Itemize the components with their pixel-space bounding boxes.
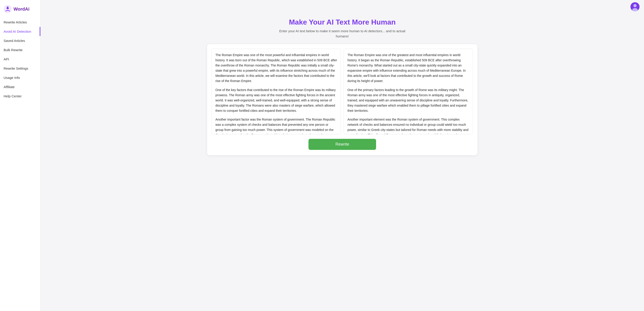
logo-text: WordAi xyxy=(14,6,30,12)
sidebar-item-rewrite-articles[interactable]: Rewrite Articles xyxy=(0,18,40,27)
rewritten-text-panel: The Roman Empire was one of the greatest… xyxy=(344,49,473,134)
rewrite-button[interactable]: Rewrite xyxy=(308,139,376,150)
sidebar-item-bulk-rewrite[interactable]: Bulk Rewrite xyxy=(0,45,40,54)
page-title: Make Your AI Text More Human xyxy=(289,18,396,26)
sidebar-item-api[interactable]: API xyxy=(0,54,40,64)
rewritten-paragraph: One of the primary factors leading to th… xyxy=(348,88,469,113)
original-paragraph: The Roman Empire was one of the most pow… xyxy=(216,52,337,84)
svg-point-5 xyxy=(634,4,636,7)
logo-area: WordAi xyxy=(0,3,40,18)
topbar xyxy=(40,0,644,14)
avatar[interactable] xyxy=(630,2,640,11)
sidebar-item-saved-articles[interactable]: Saved Articles xyxy=(0,36,40,45)
rewritten-paragraph: Another important element was the Roman … xyxy=(348,117,469,134)
original-paragraph: Another important factor was the Roman s… xyxy=(216,117,337,134)
wordai-logo-icon xyxy=(4,5,12,13)
content-area: Make Your AI Text More Human Enter your … xyxy=(40,14,644,311)
sidebar-item-usage-info[interactable]: Usage Info xyxy=(0,73,40,82)
rewritten-paragraph: The Roman Empire was one of the greatest… xyxy=(348,52,469,84)
sidebar-item-help-center[interactable]: Help Center xyxy=(0,92,40,101)
main-content: Make Your AI Text More Human Enter your … xyxy=(40,0,644,311)
svg-point-2 xyxy=(6,7,7,8)
svg-point-3 xyxy=(8,7,9,8)
sidebar-item-avoid-ai-detection[interactable]: Avoid AI Detection xyxy=(0,27,40,36)
rewrite-card: The Roman Empire was one of the most pow… xyxy=(207,44,478,155)
sidebar-item-affiliate[interactable]: Affiliate xyxy=(0,82,40,92)
sidebar: WordAi Rewrite Articles Avoid AI Detecti… xyxy=(0,0,40,311)
sidebar-item-rewrite-settings[interactable]: Rewrite Settings xyxy=(0,64,40,73)
original-text-panel[interactable]: The Roman Empire was one of the most pow… xyxy=(212,49,341,134)
page-subtitle: Enter your AI text below to make it seem… xyxy=(275,28,410,39)
panels-row: The Roman Empire was one of the most pow… xyxy=(212,49,473,134)
original-paragraph: One of the key factors that contributed … xyxy=(216,88,337,113)
